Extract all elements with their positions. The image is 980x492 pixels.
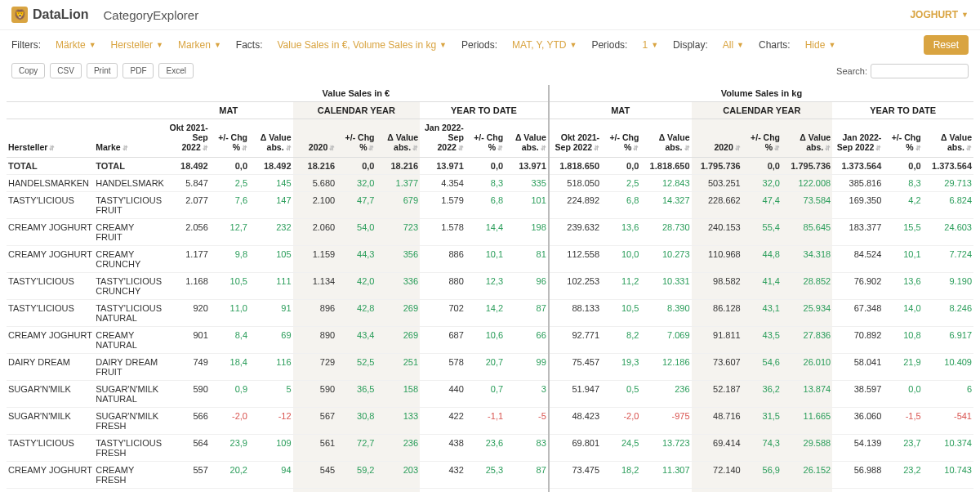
cell-value: 158 [376,381,420,408]
col-cy-val1[interactable]: 2020⇵ [293,119,337,158]
csv-button[interactable]: CSV [50,63,82,78]
col-marke[interactable]: Marke⇵ [94,119,164,158]
col-ytd-val1[interactable]: Jan 2022-Sep 2022⇵ [420,119,466,158]
sort-icon: ⇵ [825,145,831,152]
cell-value: 6,8 [466,192,505,219]
col-cy-chg2[interactable]: +/- Chg %⇵ [742,119,782,158]
cell-value: 567 [293,408,337,435]
chevron-down-icon: ▼ [89,41,96,49]
cell-value: 41,4 [742,273,782,300]
cell-hersteller: TASTY'LICIOUS [7,435,94,462]
category-dropdown[interactable]: JOGHURT ▼ [910,9,969,20]
cell-value: 15,5 [883,219,922,246]
cell-value: 23,7 [883,435,922,462]
charts-dropdown[interactable]: Hide▼ [805,39,836,51]
excel-button[interactable]: Excel [158,63,193,78]
cell-value: 147 [249,192,293,219]
cell-value: 111 [249,273,293,300]
sort-icon: ⇵ [412,145,418,152]
cell-hersteller: SUGAR'N'MILK [7,381,94,408]
cell-value: 102.253 [549,273,601,300]
subgroup-ytd2: YEAR TO DATE [832,102,973,119]
cell-value: 4,2 [883,192,922,219]
col-cy-delta2[interactable]: Δ Value abs.⇵ [782,119,832,158]
col-ytd-delta2[interactable]: Δ Value abs.⇵ [923,119,973,158]
col-ytd-delta1[interactable]: Δ Value abs.⇵ [505,119,549,158]
col-mat-val2[interactable]: Okt 2021-Sep 2022⇵ [549,119,601,158]
cell-value: 69.414 [692,435,742,462]
cell-value: 20,2 [210,462,249,489]
cell-value: 413 [164,489,210,493]
pdf-button[interactable]: PDF [122,63,154,78]
cell-value: 110 [376,489,420,493]
col-mat-chg2[interactable]: +/- Chg %⇵ [601,119,640,158]
cell-value: -975 [640,408,691,435]
filter-hersteller[interactable]: Hersteller▼ [111,39,163,51]
cell-value: 36,2 [742,489,782,493]
cell-value: 224.892 [549,192,601,219]
cell-value: 7.724 [923,246,973,273]
table-row: DAIRY DREAMDAIRY DREAM FRUIT74918,411672… [7,354,973,381]
col-mat-chg1[interactable]: +/- Chg %⇵ [210,119,249,158]
cell-value: 239.632 [549,219,601,246]
reset-button[interactable]: Reset [924,35,969,55]
col-mat-delta1[interactable]: Δ Value abs.⇵ [249,119,293,158]
periods-dropdown[interactable]: MAT, Y, YTD▼ [512,39,577,51]
cell-value: 28.852 [782,273,832,300]
cell-value: 12.186 [640,354,691,381]
facts-dropdown[interactable]: Value Sales in €, Volume Sales in kg▼ [278,39,447,51]
cell-value: 0,0 [742,158,782,175]
copy-button[interactable]: Copy [11,63,45,78]
cell-value: 36.060 [832,408,883,435]
subgroup-cy1: CALENDAR YEAR [293,102,420,119]
col-mat-val1[interactable]: Okt 2021-Sep 2022⇵ [164,119,210,158]
col-mat-delta2[interactable]: Δ Value abs.⇵ [640,119,691,158]
cell-marke: SUGAR'N'MILK FRESH [94,408,164,435]
display-dropdown[interactable]: All▼ [723,39,744,51]
cell-value: 26.010 [782,354,832,381]
search-input[interactable] [871,64,969,78]
display-label: Display: [673,39,708,51]
cell-value: 43,1 [742,300,782,327]
search-wrap: Search: [836,64,969,78]
cell-value: 0,0 [210,158,249,175]
chevron-down-icon: ▼ [569,41,577,49]
cell-hersteller: TASTY'LICIOUS [7,273,94,300]
cell-value: 10,1 [883,246,922,273]
toolbar: Copy CSV Print PDF Excel Search: [0,60,980,85]
cell-value: 1.818.650 [549,158,601,175]
cell-hersteller: DAIRY DREAM [7,354,94,381]
cell-value: 10.743 [923,462,973,489]
cell-value: 545 [293,462,337,489]
cell-value: 74,3 [742,435,782,462]
cell-marke: TASTY'LICIOUS CRUNCHY [94,273,164,300]
sort-icon: ⇵ [368,145,374,152]
cell-value: 18,2 [601,462,640,489]
table-wrap: Value Sales in € Volume Sales in kg MAT … [0,85,980,492]
table-row: TASTY'LICIOUSTASTY'LICIOUS FRESH56423,91… [7,435,973,462]
cell-value: 1.134 [293,273,337,300]
cell-value: 51.947 [549,381,601,408]
cell-value: 23,9 [210,435,249,462]
col-hersteller[interactable]: Hersteller⇵ [7,119,94,158]
col-cy-val2[interactable]: 2020⇵ [692,119,742,158]
cell-value: 26.152 [782,462,832,489]
cell-value: 8.246 [923,300,973,327]
filter-markte[interactable]: Märkte▼ [56,39,96,51]
cell-value: 251 [376,354,420,381]
filter-marken[interactable]: Marken▼ [178,39,221,51]
cell-value: 6 [923,381,973,408]
cell-value: 70.892 [832,327,883,354]
periods2-dropdown[interactable]: 1▼ [642,39,658,51]
cell-value: 29.713 [923,175,973,192]
cell-value: 8.390 [640,300,691,327]
table-row: CREAMY JOGHURTCREAMY NATURAL9018,4698904… [7,327,973,354]
cell-value: 31,5 [742,408,782,435]
col-ytd-chg2[interactable]: +/- Chg %⇵ [883,119,922,158]
cell-value: 32,0 [742,175,782,192]
print-button[interactable]: Print [87,63,118,78]
col-ytd-val2[interactable]: Jan 2022-Sep 2022⇵ [832,119,883,158]
col-cy-chg1[interactable]: +/- Chg %⇵ [336,119,376,158]
col-cy-delta1[interactable]: Δ Value abs.⇵ [376,119,420,158]
col-ytd-chg1[interactable]: +/- Chg %⇵ [466,119,505,158]
